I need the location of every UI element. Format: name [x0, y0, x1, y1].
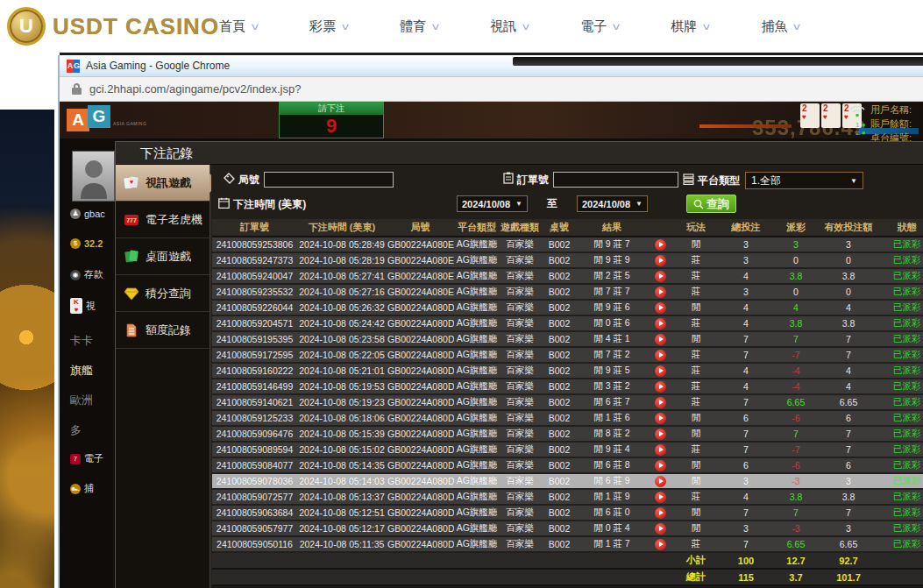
cell-status: 已派彩 [880, 347, 923, 363]
cell-valid-bet: 0 [817, 284, 880, 300]
replay-video-icon[interactable] [655, 413, 666, 424]
chevron-down-icon: ∨ [792, 21, 802, 32]
sidebar-item-table-games[interactable]: 桌面遊戲 [116, 238, 209, 275]
lobby-item-歐洲[interactable]: 歐洲 [70, 393, 93, 408]
table-row[interactable]: 2410080592473732024-10-08 05:28:19GB0022… [212, 252, 923, 268]
table-row[interactable]: 2410080591464992024-10-08 05:19:53GB0022… [212, 379, 923, 394]
cell-status: 已派彩 [880, 442, 923, 457]
cell-result: 閒 7 莊 2 [579, 347, 645, 363]
sidebar-item-credit-records[interactable]: 額度記錄 [116, 312, 209, 349]
sidebar-item-points-query[interactable]: 積分查詢 [116, 275, 209, 312]
replay-video-icon[interactable] [655, 318, 666, 329]
tag-icon [224, 172, 235, 188]
cell-result: 閒 7 莊 7 [579, 284, 645, 300]
lobby-item-視[interactable]: K♥視 [70, 298, 96, 314]
cell-platform: AG旗艦廳 [454, 363, 500, 379]
table-row[interactable]: 2410080592260442024-10-08 05:26:32GB0022… [212, 300, 923, 315]
table-row[interactable]: 2410080590636842024-10-08 05:12:51GB0022… [212, 505, 923, 521]
lobby-item-多[interactable]: 多 [70, 422, 82, 438]
nav-item-7[interactable]: 捕魚∨ [761, 18, 800, 35]
table-row[interactable]: 2410080590725772024-10-08 05:13:37GB0022… [212, 489, 923, 505]
replay-video-icon[interactable] [655, 492, 666, 503]
url-text: gci.2hhapi.com/agingame/pcv2/index.jsp? [89, 82, 301, 96]
replay-video-icon[interactable] [655, 350, 666, 361]
table-row[interactable]: 2410080591406212024-10-08 05:19:23GB0022… [212, 394, 923, 410]
replay-video-icon[interactable] [655, 397, 666, 408]
nav-item-2[interactable]: 彩票∨ [309, 18, 349, 35]
nav-item-6[interactable]: 棋牌∨ [671, 18, 710, 35]
status-paid-label: 已派彩 [893, 317, 921, 328]
replay-video-icon[interactable] [655, 507, 666, 519]
replay-video-icon[interactable] [655, 523, 666, 535]
search-button[interactable]: 查詢 [686, 195, 736, 213]
column-header [645, 219, 675, 237]
cell-total-bet: 4 [717, 315, 775, 331]
cell-order-number: 241008059050116 [212, 536, 297, 552]
lobby-item-電子[interactable]: 7電子 [70, 452, 103, 465]
replay-video-icon[interactable] [655, 271, 666, 282]
replay-video-icon[interactable] [655, 460, 666, 471]
lobby-item-label: 32.2 [84, 238, 103, 249]
cell-table-number: B002 [540, 379, 579, 394]
status-paid-label: 已派彩 [893, 475, 921, 485]
date-to-select[interactable]: 2024/10/08▼ [577, 195, 648, 212]
cell-bet-time: 2024-10-08 05:14:35 [297, 457, 387, 473]
cell-play-type: 莊 [675, 536, 717, 552]
table-row[interactable]: 2410080592400472024-10-08 05:27:41GB0022… [212, 268, 923, 284]
replay-video-icon[interactable] [655, 287, 666, 298]
site-logo[interactable]: U USDT CASINO [7, 7, 219, 46]
cell-table-number: B002 [540, 300, 579, 315]
cell-valid-bet: 3 [817, 521, 880, 536]
cell-game-type: 百家樂 [500, 457, 540, 473]
table-row[interactable]: 2410080592045712024-10-08 05:24:42GB0022… [212, 315, 923, 331]
nav-item-4[interactable]: 視訊∨ [490, 18, 529, 35]
platform-select[interactable]: 1.全部 ▼ [745, 172, 863, 189]
nav-item-1[interactable]: 首頁∨ [219, 18, 259, 35]
table-row[interactable]: 2410080590895942024-10-08 05:15:02GB0022… [212, 442, 923, 457]
window-titlebar[interactable]: AG Asia Gaming - Google Chrome [60, 55, 923, 77]
replay-video-icon[interactable] [655, 302, 666, 314]
replay-video-icon[interactable] [655, 239, 666, 251]
table-row[interactable]: 2410080590840772024-10-08 05:14:35GB0022… [212, 457, 923, 473]
lobby-item-存款[interactable]: ◉存款 [70, 268, 103, 281]
table-row[interactable]: 2410080590780362024-10-08 05:14:03GB0022… [212, 473, 923, 489]
cell-bet-time: 2024-10-08 05:21:01 [297, 363, 387, 379]
lobby-item-捕[interactable]: ๛捕 [70, 482, 94, 495]
url-bar[interactable]: gci.2hhapi.com/agingame/pcv2/index.jsp? [60, 77, 923, 102]
table-row[interactable]: 2410080590579772024-10-08 05:12:17GB0022… [212, 521, 923, 536]
replay-video-icon[interactable] [655, 539, 666, 550]
round-filter-input[interactable] [264, 172, 394, 188]
lobby-item-旗艦[interactable]: 旗艦 [70, 363, 93, 379]
lobby-item-32.2[interactable]: $32.2 [70, 238, 103, 249]
replay-video-icon[interactable] [655, 444, 666, 456]
replay-video-icon[interactable] [655, 429, 666, 440]
cell-round-number: GB00224A080E2 [387, 252, 454, 268]
order-filter-input[interactable] [553, 172, 678, 188]
sidebar-item-video-games[interactable]: ♥視訊遊戲 [116, 165, 209, 202]
replay-video-icon[interactable] [655, 365, 666, 377]
cell-bet-time: 2024-10-08 05:27:41 [297, 268, 387, 284]
table-row[interactable]: 2410080590501162024-10-08 05:11:35GB0022… [212, 536, 923, 552]
nav-item-5[interactable]: 電子∨ [580, 18, 620, 35]
replay-video-icon[interactable] [655, 334, 666, 345]
replay-video-icon[interactable] [655, 381, 666, 393]
table-row[interactable]: 2410080591602222024-10-08 05:21:01GB0022… [212, 363, 923, 379]
lobby-item-卡卡[interactable]: 卡卡 [70, 333, 93, 349]
replay-video-icon[interactable] [655, 255, 666, 266]
lobby-item-label: 電子 [84, 452, 103, 465]
replay-video-icon[interactable] [655, 476, 666, 487]
table-row[interactable]: 2410080592355322024-10-08 05:27:16GB0022… [212, 284, 923, 300]
lobby-item-gbac[interactable]: ♟gbac [70, 209, 105, 219]
cell-result: 閒 4 莊 1 [579, 331, 645, 347]
sidebar-item-slot-machines[interactable]: 777電子老虎機 [116, 202, 209, 238]
date-from-select[interactable]: 2024/10/08▼ [457, 195, 528, 212]
table-row[interactable]: 2410080591252332024-10-08 05:18:06GB0022… [212, 410, 923, 426]
cell-payout: -3 [775, 521, 817, 536]
nav-item-3[interactable]: 體育∨ [400, 18, 439, 35]
table-row[interactable]: 2410080591953952024-10-08 05:23:58GB0022… [212, 331, 923, 347]
to-label: 至 [547, 196, 557, 211]
table-row[interactable]: 2410080590964762024-10-08 05:15:39GB0022… [212, 426, 923, 442]
table-row[interactable]: 2410080591725952024-10-08 05:22:05GB0022… [212, 347, 923, 363]
table-row[interactable]: 2410080592538062024-10-08 05:28:49GB0022… [212, 237, 923, 252]
status-paid-label: 已派彩 [893, 428, 921, 438]
